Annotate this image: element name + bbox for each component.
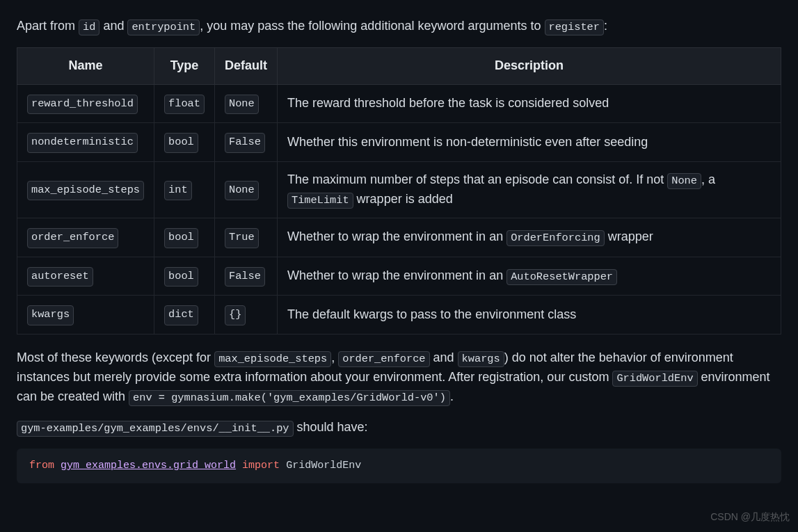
name-code: order_enforce [27, 228, 118, 248]
intro-paragraph: Apart from id and entrypoint, you may pa… [17, 17, 781, 36]
col-default: Default [214, 47, 277, 84]
table-row: kwargsdict{}The default kwargs to pass t… [17, 296, 781, 334]
cell-description: The default kwargs to pass to the enviro… [277, 296, 781, 334]
cell-name: order_enforce [17, 218, 154, 257]
cell-type: bool [154, 123, 215, 162]
inline-code: TimeLimit [287, 193, 353, 209]
cell-description: Whether to wrap the environment in an Or… [277, 218, 781, 257]
col-description: Description [277, 47, 781, 84]
inline-code: env = gymnasium.make('gym_examples/GridW… [129, 390, 450, 406]
type-code: bool [164, 267, 198, 287]
code-id: id [79, 19, 99, 35]
cell-type: int [154, 162, 215, 218]
table-row: autoresetboolFalseWhether to wrap the en… [17, 257, 781, 296]
keyword-from: from [29, 460, 54, 471]
cell-type: float [154, 84, 215, 123]
identifier: GridWorldEnv [286, 460, 361, 471]
cell-description: The maximum number of steps that an epis… [277, 162, 781, 218]
intro-text: and [99, 19, 127, 33]
inline-code: AutoResetWrapper [506, 269, 617, 285]
col-name: Name [17, 47, 154, 84]
default-code: False [225, 133, 265, 153]
cell-name: max_episode_steps [17, 162, 154, 218]
cell-name: reward_threshold [17, 84, 154, 123]
default-code: {} [225, 305, 246, 325]
type-code: bool [164, 133, 198, 153]
table-row: reward_thresholdfloatNoneThe reward thre… [17, 84, 781, 123]
default-code: None [225, 95, 259, 115]
name-code: nondeterministic [27, 133, 138, 153]
cell-type: bool [154, 218, 215, 257]
type-code: float [164, 95, 205, 115]
cell-default: True [214, 218, 277, 257]
cell-description: Whether this environment is non-determin… [277, 123, 781, 162]
name-code: reward_threshold [27, 95, 138, 115]
module-path: gym_examples.envs.grid_world [61, 460, 236, 471]
name-code: autoreset [27, 267, 93, 287]
cell-name: autoreset [17, 257, 154, 296]
inline-code: None [667, 173, 701, 189]
arguments-table: Name Type Default Description reward_thr… [17, 47, 781, 334]
cell-name: kwargs [17, 296, 154, 334]
col-type: Type [154, 47, 215, 84]
inline-code: OrderEnforcing [506, 230, 605, 246]
name-code: kwargs [27, 305, 74, 325]
type-code: int [164, 181, 192, 201]
table-row: order_enforceboolTrueWhether to wrap the… [17, 218, 781, 257]
keyword-import: import [242, 460, 280, 471]
code-block: from gym_examples.envs.grid_world import… [17, 449, 781, 484]
name-code: max_episode_steps [27, 181, 144, 201]
cell-type: bool [154, 257, 215, 296]
cell-description: Whether to wrap the environment in an Au… [277, 257, 781, 296]
code-entrypoint: entrypoint [127, 19, 200, 35]
table-row: max_episode_stepsintNoneThe maximum numb… [17, 162, 781, 218]
after-paragraph-2: gym-examples/gym_examples/envs/__init__.… [17, 418, 781, 437]
cell-default: False [214, 257, 277, 296]
default-code: None [225, 181, 259, 201]
inline-code: GridWorldEnv [612, 371, 697, 387]
default-code: False [225, 267, 265, 287]
after-paragraph-1: Most of these keywords (except for max_e… [17, 348, 781, 407]
cell-type: dict [154, 296, 215, 334]
cell-default: False [214, 123, 277, 162]
cell-default: None [214, 84, 277, 123]
table-row: nondeterministicboolFalseWhether this en… [17, 123, 781, 162]
code-register: register [545, 19, 604, 35]
intro-text: Apart from [17, 19, 79, 33]
inline-code: order_enforce [338, 351, 429, 367]
type-code: bool [164, 228, 198, 248]
inline-code: max_episode_steps [214, 351, 331, 367]
type-code: dict [164, 305, 198, 325]
cell-default: {} [214, 296, 277, 334]
cell-name: nondeterministic [17, 123, 154, 162]
inline-code: gym-examples/gym_examples/envs/__init__.… [17, 421, 294, 437]
cell-default: None [214, 162, 277, 218]
inline-code: kwargs [458, 351, 504, 367]
table-header-row: Name Type Default Description [17, 47, 781, 84]
cell-description: The reward threshold before the task is … [277, 84, 781, 123]
default-code: True [225, 228, 259, 248]
intro-text: : [604, 19, 607, 33]
intro-text: , you may pass the following additional … [200, 19, 544, 33]
